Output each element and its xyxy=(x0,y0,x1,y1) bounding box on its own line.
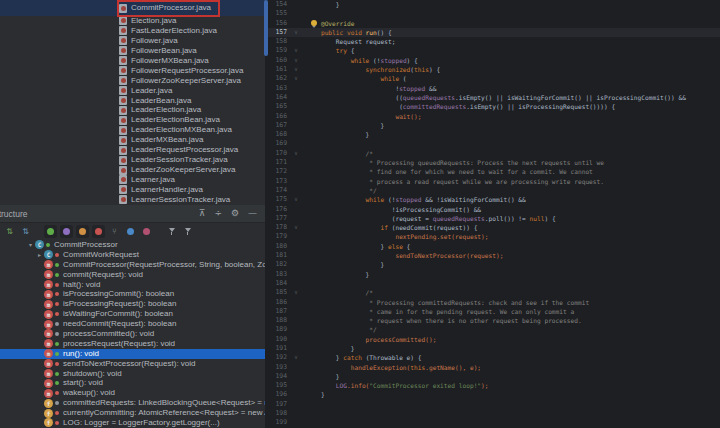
line-number[interactable]: 155 xyxy=(265,9,290,18)
file-tree-item[interactable]: FollowerBean.java xyxy=(0,46,265,56)
hide-icon[interactable]: — xyxy=(248,209,257,218)
structure-item[interactable]: mcommit(Request): void xyxy=(0,270,265,280)
structure-item[interactable]: mrun(): void xyxy=(0,349,265,359)
line-number[interactable]: 170 xyxy=(265,149,290,158)
editor-line[interactable]: 199 xyxy=(265,418,720,427)
editor-line[interactable]: 176 !isProcessingCommit() && xyxy=(265,205,720,214)
structure-item[interactable]: fcurrentlyCommitting: AtomicReference<Re… xyxy=(0,408,265,418)
structure-item[interactable]: fcommittedRequests: LinkedBlockingQueue<… xyxy=(0,398,265,408)
line-number[interactable]: 183 xyxy=(265,270,290,279)
line-number[interactable]: 157 xyxy=(265,28,290,37)
file-tree-item[interactable]: FollowerMXBean.java xyxy=(0,56,265,66)
editor-line[interactable]: 196 } xyxy=(265,390,720,399)
line-number[interactable]: 182 xyxy=(265,260,290,269)
file-tree-item[interactable]: LeaderElectionMXBean.java xyxy=(0,125,265,135)
structure-item[interactable]: mneedCommit(Request): boolean xyxy=(0,319,265,329)
editor-line[interactable]: 180 } else { xyxy=(265,242,720,251)
editor-line[interactable]: 184 xyxy=(265,279,720,288)
fold-icon[interactable]: ∨ xyxy=(290,353,302,362)
line-number[interactable]: 167 xyxy=(265,121,290,130)
line-number[interactable]: 176 xyxy=(265,205,290,214)
editor-line[interactable]: 168 } xyxy=(265,130,720,139)
editor-line[interactable]: 185∨ /* xyxy=(265,288,720,297)
editor-line[interactable]: 188 * request when there is no other req… xyxy=(265,316,720,325)
fold-icon[interactable]: ∨ xyxy=(290,288,302,297)
filter-public-icon[interactable] xyxy=(165,225,178,238)
show-inherited-icon[interactable] xyxy=(76,225,89,238)
editor-line[interactable]: 164 ((queuedRequests.isEmpty() || isWait… xyxy=(265,93,720,102)
structure-item[interactable]: mshutdown(): void xyxy=(0,369,265,379)
structure-item[interactable]: mprocessRequest(Request): void xyxy=(0,339,265,349)
line-number[interactable]: 189 xyxy=(265,325,290,334)
fold-icon[interactable]: ∨ xyxy=(290,56,302,65)
editor-line[interactable]: 193 handleException(this.getName(), e); xyxy=(265,363,720,372)
editor-line[interactable]: 179 nextPending.set(request); xyxy=(265,232,720,241)
editor-line[interactable]: 169 xyxy=(265,139,720,148)
expand-all-icon[interactable]: ÷ xyxy=(214,209,222,218)
sort-by-visibility-icon[interactable]: ⇅ xyxy=(19,225,32,238)
sort-alphabetically-icon[interactable]: ⇅ xyxy=(3,225,16,238)
editor-line[interactable]: 175∨ while (!stopped && !isWaitingForCom… xyxy=(265,195,720,204)
editor-line[interactable]: 190 processCommitted(); xyxy=(265,335,720,344)
line-number[interactable]: 185 xyxy=(265,288,290,297)
file-tree-item[interactable]: Follower.java xyxy=(0,36,265,46)
fold-icon[interactable]: ∨ xyxy=(290,223,302,232)
editor-line[interactable]: 195 LOG.info("CommitProcessor exited loo… xyxy=(265,381,720,390)
fold-icon[interactable]: ∨ xyxy=(290,65,302,74)
structure-item[interactable]: ▸CCommitWorkRequest xyxy=(0,250,265,260)
code-editor[interactable]: 154 }155156 @Override157∨ public void ru… xyxy=(265,0,720,428)
line-number[interactable]: 169 xyxy=(265,139,290,148)
file-tree-item[interactable]: LeaderRequestProcessor.java xyxy=(0,145,265,155)
editor-line[interactable]: 170∨ /* xyxy=(265,149,720,158)
line-number[interactable]: 177 xyxy=(265,214,290,223)
editor-line[interactable]: 173 * process a read request while we ar… xyxy=(265,177,720,186)
line-number[interactable]: 192 xyxy=(265,353,290,362)
file-tree-item[interactable]: FollowerRequestProcessor.java xyxy=(0,66,265,76)
line-number[interactable]: 180 xyxy=(265,242,290,251)
editor-line[interactable]: 177 (request = queuedRequests.poll()) !=… xyxy=(265,214,720,223)
structure-item[interactable]: mwakeup(): void xyxy=(0,388,265,398)
line-number[interactable]: 162 xyxy=(265,74,290,83)
line-number[interactable]: 166 xyxy=(265,112,290,121)
editor-line[interactable]: 165 (committedRequests.isEmpty() || isPr… xyxy=(265,102,720,111)
structure-item[interactable]: misProcessingCommit(): boolean xyxy=(0,289,265,299)
editor-line[interactable]: 166 wait(); xyxy=(265,112,720,121)
fold-icon[interactable]: ∨ xyxy=(290,149,302,158)
group-methods-icon[interactable]: ⑂ xyxy=(108,225,121,238)
editor-line[interactable]: 158 Request request; xyxy=(265,37,720,46)
line-number[interactable]: 156 xyxy=(265,19,290,28)
line-number[interactable]: 160 xyxy=(265,56,290,65)
line-number[interactable]: 154 xyxy=(265,0,290,9)
editor-line[interactable]: 194 } xyxy=(265,372,720,381)
line-number[interactable]: 178 xyxy=(265,223,290,232)
expand-arrow-icon[interactable]: ▸ xyxy=(35,250,44,260)
line-number[interactable]: 191 xyxy=(265,344,290,353)
line-number[interactable]: 199 xyxy=(265,418,290,427)
line-number[interactable]: 179 xyxy=(265,232,290,241)
show-lambdas-icon[interactable] xyxy=(60,225,73,238)
file-tree-item[interactable]: LeaderZooKeeperServer.java xyxy=(0,165,265,175)
line-number[interactable]: 158 xyxy=(265,37,290,46)
file-tree-item[interactable]: LeaderElectionBean.java xyxy=(0,115,265,125)
editor-line[interactable]: 192∨ } catch (Throwable e) { xyxy=(265,353,720,362)
expand-arrow-icon[interactable]: ▾ xyxy=(26,240,35,250)
editor-line[interactable]: 189 */ xyxy=(265,325,720,334)
line-number[interactable]: 197 xyxy=(265,400,290,409)
structure-item[interactable]: mCommitProcessor(RequestProcessor, Strin… xyxy=(0,260,265,270)
editor-line[interactable]: 167 } xyxy=(265,121,720,130)
file-tree-item[interactable]: Election.java xyxy=(0,16,265,26)
fold-icon[interactable]: ∨ xyxy=(290,195,302,204)
intention-bulb-icon[interactable] xyxy=(311,20,317,26)
line-number[interactable]: 187 xyxy=(265,307,290,316)
structure-item[interactable]: ▾CCommitProcessor xyxy=(0,240,265,250)
editor-line[interactable]: 162∨ while ( xyxy=(265,74,720,83)
line-number[interactable]: 173 xyxy=(265,177,290,186)
editor-line[interactable]: 197 xyxy=(265,400,720,409)
collapse-all-icon[interactable]: ⊼ xyxy=(199,209,206,218)
line-number[interactable]: 184 xyxy=(265,279,290,288)
structure-item[interactable]: msendToNextProcessor(Request): void xyxy=(0,359,265,369)
structure-item[interactable]: mstart(): void xyxy=(0,378,265,388)
editor-line[interactable]: 159∨ try { xyxy=(265,46,720,55)
structure-item[interactable]: misProcessingRequest(): boolean xyxy=(0,299,265,309)
line-number[interactable]: 168 xyxy=(265,130,290,139)
